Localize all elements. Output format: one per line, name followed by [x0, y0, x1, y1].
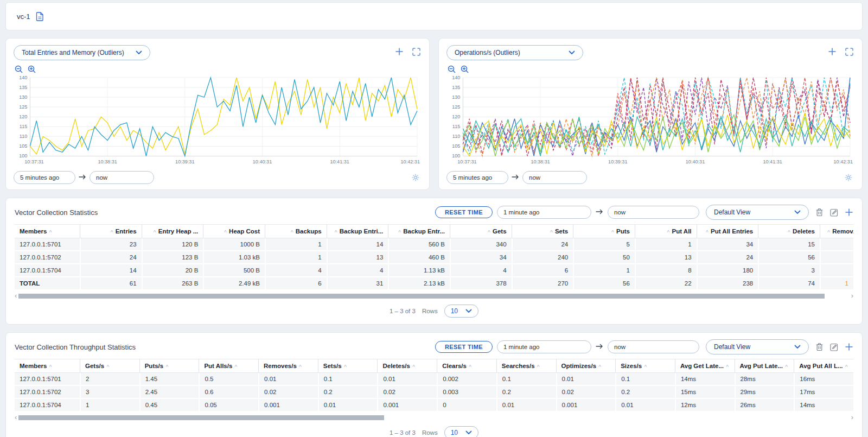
column-header-backup-entr[interactable]: ^Backup Entr... — [388, 224, 450, 238]
add-column-icon[interactable] — [845, 343, 853, 351]
time-to-input[interactable] — [608, 206, 699, 219]
table-cell: 2.45 — [139, 386, 199, 399]
table-cell: 3 — [80, 386, 139, 399]
column-header-put-all-entries[interactable]: ^Put All Entries — [697, 224, 758, 238]
trash-icon[interactable] — [815, 343, 824, 351]
column-header-put-alls-s[interactable]: Put Alls/s^ — [199, 359, 258, 373]
table-cell: 378 — [450, 277, 512, 290]
column-header-avg-put-all-l[interactable]: Avg Put All L...^ — [794, 359, 853, 373]
arrow-right-icon — [596, 342, 603, 352]
scroll-left-arrow[interactable]: ‹ — [15, 293, 17, 299]
charts-row: Total Entries and Memory (Outliers) — [5, 38, 863, 190]
chevron-down-icon — [794, 208, 801, 216]
table-row: 127.0.0.1:57041420 B500 B441.13 kB461818… — [15, 264, 853, 277]
column-header-members[interactable]: Members^ — [15, 359, 80, 373]
metric-select[interactable]: Total Entries and Memory (Outliers) — [14, 45, 150, 60]
scroll-right-arrow[interactable]: › — [851, 293, 853, 299]
table-cell: 0.1 — [496, 373, 556, 386]
zoom-in-icon[interactable] — [461, 65, 469, 73]
table-cell: 4 — [265, 264, 327, 277]
expand-icon[interactable] — [412, 48, 420, 56]
table-cell: 14ms — [675, 373, 735, 386]
metric-select[interactable]: Operations/s (Outliers) — [446, 45, 583, 60]
line-chart[interactable]: 10010511011512012513013514010:37:3110:38… — [14, 74, 422, 168]
document-icon[interactable] — [36, 12, 44, 21]
time-to-input[interactable] — [608, 340, 699, 353]
column-header-backup-entri[interactable]: ^Backup Entri... — [327, 224, 388, 238]
column-header-sets-s[interactable]: Sets/s^ — [318, 359, 378, 373]
time-from-input[interactable] — [14, 171, 75, 184]
column-header-remov[interactable]: ^Remov... — [820, 224, 853, 238]
column-header-sizes-s[interactable]: Sizes/s^ — [615, 359, 675, 373]
column-header-sets[interactable]: ^Sets — [512, 224, 573, 238]
column-header-heap-cost[interactable]: ^Heap Cost — [203, 224, 265, 238]
table-cell: 4 — [450, 264, 512, 277]
sort-caret-icon: ^ — [110, 229, 113, 235]
table-cell: 0.5 — [199, 373, 258, 386]
scrollbar-thumb[interactable] — [18, 415, 384, 420]
zoom-out-icon[interactable] — [15, 65, 23, 73]
sort-caret-icon: ^ — [344, 364, 347, 369]
column-header-puts[interactable]: ^Puts — [573, 224, 635, 238]
gear-icon[interactable] — [845, 174, 854, 181]
scroll-right-arrow[interactable]: › — [851, 415, 853, 420]
rows-per-page-select[interactable]: 10 — [444, 305, 478, 318]
gear-icon[interactable] — [412, 174, 422, 181]
column-header-clears-s[interactable]: Clears/s^ — [437, 359, 496, 373]
column-header-backups[interactable]: ^Backups — [265, 224, 327, 238]
add-chart-icon[interactable] — [828, 47, 837, 56]
reset-time-button[interactable]: RESET TIME — [435, 341, 493, 353]
column-header-optimizes-s[interactable]: Optimizes/s^ — [556, 359, 616, 373]
add-chart-icon[interactable] — [395, 47, 404, 56]
scrollbar-track[interactable] — [18, 415, 849, 420]
scrollbar-thumb[interactable] — [18, 294, 824, 299]
expand-icon[interactable] — [845, 48, 853, 56]
table-cell: 0.01 — [496, 399, 556, 412]
edit-icon[interactable] — [830, 343, 838, 351]
table-cell: 29ms — [735, 386, 794, 399]
line-chart[interactable]: 10010511011512012513013514010:37:3110:38… — [446, 74, 854, 168]
column-header-searches-s[interactable]: Searches/s^ — [496, 359, 556, 373]
column-header-avg-put-late[interactable]: Avg Put Late...^ — [735, 359, 794, 373]
time-to-input[interactable] — [522, 171, 587, 184]
time-to-input[interactable] — [90, 171, 154, 184]
column-header-avg-get-late[interactable]: Avg Get Late...^ — [675, 359, 735, 373]
time-from-input[interactable] — [497, 206, 591, 219]
add-column-icon[interactable] — [845, 208, 853, 217]
time-from-input[interactable] — [497, 340, 591, 353]
table-cell: 0.6 — [199, 386, 258, 399]
zoom-out-icon[interactable] — [448, 65, 456, 73]
reset-time-button[interactable]: RESET TIME — [435, 206, 493, 218]
edit-icon[interactable] — [830, 208, 838, 217]
column-header-gets-s[interactable]: Gets/s^ — [80, 359, 139, 373]
scrollbar-track[interactable] — [18, 294, 849, 299]
table-cell: 24 — [512, 238, 573, 251]
table-row: 127.0.0.1:570121.450.50.010.10.010.0020.… — [15, 373, 853, 386]
column-header-deletes[interactable]: ^Deletes — [758, 224, 820, 238]
view-select[interactable]: Default View — [706, 339, 809, 354]
rows-per-page-select[interactable]: 10 — [444, 426, 478, 437]
scroll-left-arrow[interactable]: ‹ — [15, 415, 17, 420]
column-header-deletes-s[interactable]: Deletes/s^ — [377, 359, 437, 373]
zoom-in-icon[interactable] — [28, 65, 36, 73]
trash-icon[interactable] — [815, 208, 824, 217]
column-header-entries[interactable]: ^Entries — [80, 224, 142, 238]
column-header-put-all[interactable]: ^Put All — [635, 224, 697, 238]
sort-caret-icon: ^ — [154, 229, 156, 235]
y-axis-tick-label: 125 — [19, 104, 27, 110]
column-header-removes-s[interactable]: Removes/s^ — [258, 359, 318, 373]
table-cell: 56 — [758, 251, 820, 264]
column-header-entry-heap[interactable]: ^Entry Heap ... — [142, 224, 203, 238]
table-cell: 0.01 — [258, 373, 318, 386]
table-cell: 238 — [697, 277, 758, 290]
column-header-gets[interactable]: ^Gets — [450, 224, 512, 238]
table-cell: 24 — [697, 251, 758, 264]
time-from-input[interactable] — [446, 171, 508, 184]
column-header-puts-s[interactable]: Puts/s^ — [139, 359, 199, 373]
table-cell: 14 — [80, 264, 142, 277]
table-cell: 460 B — [388, 251, 450, 264]
view-select[interactable]: Default View — [706, 205, 809, 220]
table-cell: 6 — [265, 277, 327, 290]
chevron-down-icon — [465, 429, 472, 436]
column-header-members[interactable]: Members^ — [15, 224, 80, 238]
